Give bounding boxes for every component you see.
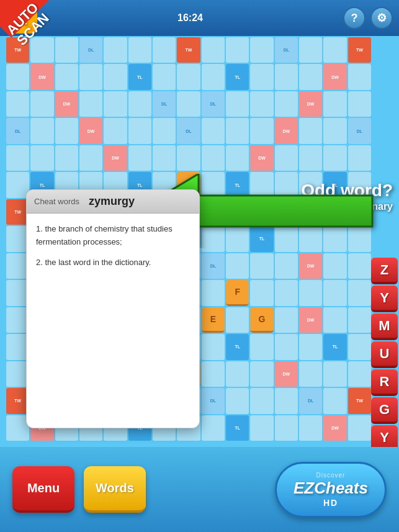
dict-header-word: zymurgy xyxy=(89,195,135,208)
tile-z: Z xyxy=(371,258,398,284)
help-button[interactable]: ? xyxy=(343,7,365,29)
bottom-bar: Menu Words Discover EZCheats HD xyxy=(0,447,399,532)
auto-scan-text: AUTOSCAN xyxy=(0,0,60,57)
ez-cheats-logo: Discover EZCheats HD xyxy=(275,462,387,518)
auto-scan-ribbon: AUTOSCAN xyxy=(0,0,93,93)
ez-cheats-tag: Discover xyxy=(316,472,346,479)
dict-content: 1. the branch of chemistry that studies … xyxy=(27,214,199,286)
tile-u: U xyxy=(371,341,398,368)
settings-button[interactable]: ⚙ xyxy=(370,7,393,29)
ez-cheats-hd: HD xyxy=(323,498,338,508)
dictionary-popup: Cheat words zymurgy 1. the branch of che… xyxy=(26,189,200,428)
words-button[interactable]: Words xyxy=(84,466,146,513)
right-tiles: Z Y M U R G Y xyxy=(371,258,399,452)
dict-definition-1: 1. the branch of chemistry that studies … xyxy=(36,223,190,249)
tile-r: R xyxy=(371,369,398,396)
menu-button[interactable]: Menu xyxy=(12,466,74,513)
dict-header-label: Cheat words xyxy=(34,197,79,206)
tile-y1: Y xyxy=(371,286,398,312)
time-display: 16:24 xyxy=(177,12,203,24)
dict-definition-2: 2. the last word in the dictionary. xyxy=(36,256,190,269)
tile-g: G xyxy=(371,397,398,424)
top-right-icons: ? ⚙ xyxy=(343,7,393,29)
ez-cheats-brand: EZCheats xyxy=(294,479,368,498)
dict-header: Cheat words zymurgy xyxy=(27,190,199,214)
tile-m: M xyxy=(371,313,398,340)
